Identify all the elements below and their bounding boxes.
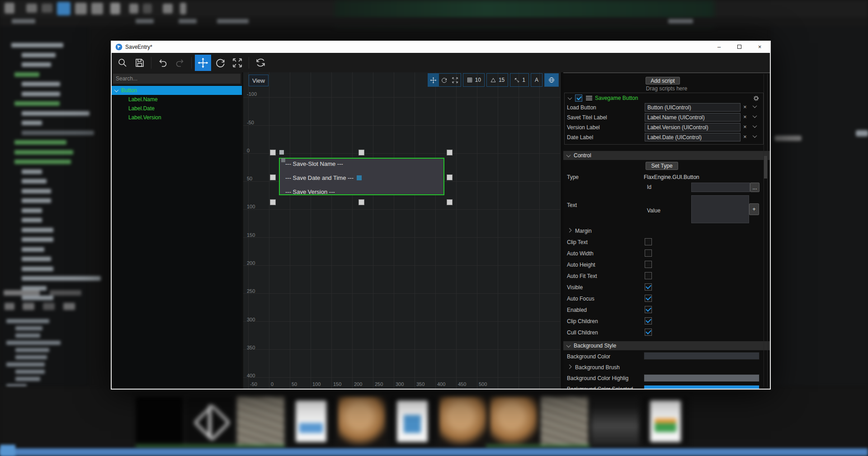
content-thumbnail-cloth[interactable] xyxy=(490,397,538,446)
set-type-button[interactable]: Set Type xyxy=(646,162,678,170)
content-thumbnail-cloth[interactable] xyxy=(338,397,386,446)
selection-handle-top-mid[interactable] xyxy=(359,150,364,155)
rotate-tool-button[interactable] xyxy=(212,55,228,71)
globe-button[interactable] xyxy=(544,73,559,87)
property-value[interactable]: Label.Date (UIControl) xyxy=(645,133,741,141)
selection-handle-mid-right[interactable] xyxy=(447,174,453,180)
clip-children-checkbox[interactable] xyxy=(645,317,652,324)
visible-checkbox[interactable] xyxy=(645,283,652,291)
background-color-highlighted-swatch[interactable] xyxy=(644,374,760,382)
scale-tool-button[interactable] xyxy=(229,55,245,71)
selection-handle-bottom-left[interactable] xyxy=(270,199,276,205)
chevron-down-icon[interactable] xyxy=(568,95,572,100)
checkbox-label: Clip Children xyxy=(567,318,598,324)
gizmo-rotate-button[interactable] xyxy=(439,74,450,86)
cull-children-checkbox[interactable] xyxy=(645,329,652,336)
property-value[interactable]: Button (UIControl) xyxy=(645,103,741,112)
add-value-button[interactable]: + xyxy=(749,203,759,215)
content-thumbnail-texture[interactable] xyxy=(237,397,284,446)
clear-icon[interactable]: × xyxy=(743,123,747,130)
pivot-marker[interactable] xyxy=(281,158,285,162)
content-thumbnail-cloth[interactable] xyxy=(439,397,487,446)
id-input[interactable] xyxy=(691,183,750,192)
clear-icon[interactable]: × xyxy=(743,103,747,110)
os-taskbar[interactable] xyxy=(0,448,868,456)
add-script-button[interactable]: Add script xyxy=(646,77,680,85)
content-thumbnail-strip xyxy=(136,397,689,446)
selection-handle-bottom-mid[interactable] xyxy=(359,199,364,205)
auto-fit-text-checkbox[interactable] xyxy=(645,272,652,279)
background-panel-blob xyxy=(23,303,34,310)
selected-button-element[interactable]: --- Save-Slot Name --- --- Save Date and… xyxy=(279,158,444,195)
property-value[interactable]: Label.Name (UIControl) xyxy=(645,113,741,122)
inspector-scrollbar-track[interactable] xyxy=(764,74,768,387)
id-browse-button[interactable]: ... xyxy=(750,183,760,192)
chevron-right-icon[interactable] xyxy=(567,228,572,233)
button-text-line: --- Save Version --- xyxy=(285,188,335,195)
selection-handle-top-right[interactable] xyxy=(447,150,453,155)
inspector-scrollbar-thumb[interactable] xyxy=(764,156,767,179)
ruler-label: 150 xyxy=(247,232,255,238)
selection-handle-mid-left[interactable] xyxy=(270,174,276,180)
pivot-marker[interactable] xyxy=(279,150,284,155)
content-thumbnail-black[interactable] xyxy=(136,397,183,446)
view-menu-button[interactable]: View xyxy=(249,75,269,86)
search-input[interactable] xyxy=(113,74,241,84)
enabled-checkbox[interactable] xyxy=(645,306,652,313)
selection-handle-bottom-right[interactable] xyxy=(447,199,453,205)
gear-icon[interactable] xyxy=(753,95,760,102)
clear-icon[interactable]: × xyxy=(743,133,747,140)
content-thumbnail-cube[interactable] xyxy=(186,397,234,446)
clear-icon[interactable]: × xyxy=(743,113,747,120)
content-thumbnail-document[interactable] xyxy=(288,397,335,446)
auto-focus-checkbox[interactable] xyxy=(645,295,652,302)
taskbar-start-chip[interactable] xyxy=(0,445,15,456)
tree-item-label-date[interactable]: Label.Date xyxy=(112,104,242,113)
content-thumbnail-texture[interactable] xyxy=(541,397,588,446)
property-value[interactable]: Label.Version (UIControl) xyxy=(645,123,741,132)
tree-item-button[interactable]: Button xyxy=(112,86,242,95)
clip-text-checkbox[interactable] xyxy=(645,238,652,245)
content-thumbnail-document-picture[interactable] xyxy=(642,397,689,446)
rotation-snap-button[interactable]: 15 xyxy=(486,73,508,87)
scale-icon xyxy=(452,77,458,84)
background-style-section-header[interactable]: Background Style xyxy=(563,341,770,350)
chevron-right-icon[interactable] xyxy=(567,365,572,369)
scale-snap-button[interactable]: 1 xyxy=(510,73,529,87)
refresh-button[interactable] xyxy=(252,55,269,71)
gizmo-scale-button[interactable] xyxy=(450,74,461,86)
grid-snap-button[interactable]: 10 xyxy=(463,73,485,87)
script-header[interactable]: Savegame Button xyxy=(565,93,763,103)
ruler-label: 350 xyxy=(247,345,255,350)
minimize-button[interactable]: – xyxy=(709,41,729,53)
tree-item-label-name[interactable]: Label.Name xyxy=(112,95,242,104)
text-value-input[interactable] xyxy=(691,195,749,223)
anchor-marker[interactable] xyxy=(357,175,362,180)
redo-button[interactable] xyxy=(172,55,188,71)
auto-width-checkbox[interactable] xyxy=(645,249,652,257)
rotate-icon xyxy=(215,57,226,68)
close-button[interactable]: × xyxy=(750,41,770,53)
value-label: Value xyxy=(647,207,660,214)
script-enabled-checkbox[interactable] xyxy=(575,94,582,102)
anchor-button[interactable]: A xyxy=(531,73,542,87)
background-color-selected-swatch[interactable] xyxy=(644,385,760,389)
content-thumbnail-gradient[interactable] xyxy=(591,397,639,446)
selection-handle-top-left[interactable] xyxy=(270,150,276,155)
ui-canvas[interactable]: View xyxy=(242,72,563,389)
save-button[interactable] xyxy=(132,55,148,71)
window-titlebar[interactable]: SaveEntry* – × xyxy=(112,41,770,53)
maximize-button[interactable] xyxy=(729,41,750,53)
chevron-down-icon[interactable] xyxy=(114,88,119,92)
gizmo-mode-group xyxy=(428,73,461,87)
menu-icon[interactable] xyxy=(586,96,592,100)
background-color-swatch[interactable] xyxy=(644,352,760,360)
search-button[interactable] xyxy=(114,55,131,71)
tree-item-label-version[interactable]: Label.Version xyxy=(112,113,242,122)
undo-button[interactable] xyxy=(155,55,171,71)
gizmo-move-button[interactable] xyxy=(428,74,439,86)
auto-height-checkbox[interactable] xyxy=(645,261,652,268)
move-tool-button[interactable] xyxy=(195,55,211,71)
control-section-header[interactable]: Control xyxy=(563,151,770,160)
content-thumbnail-document-image[interactable] xyxy=(389,397,436,446)
